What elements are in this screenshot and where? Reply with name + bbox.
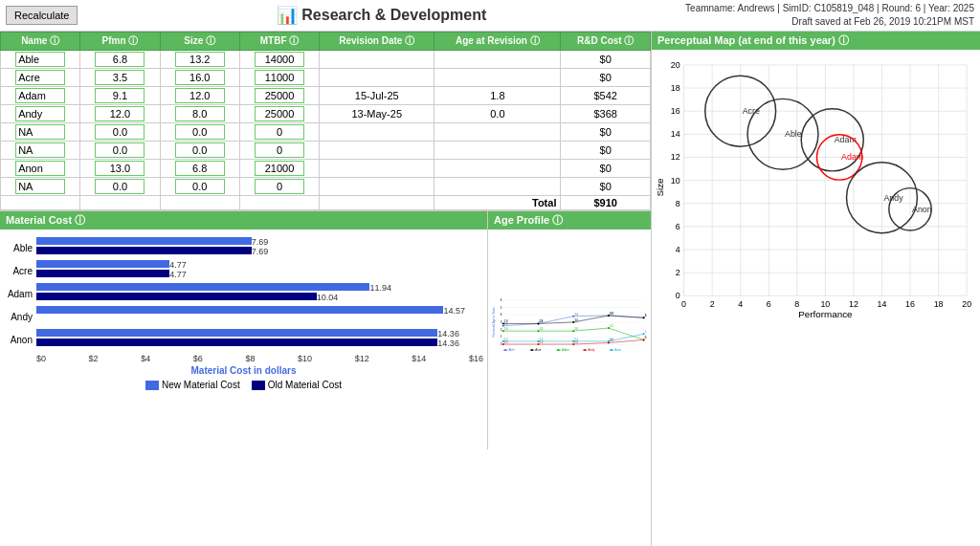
mtbf-input[interactable] [255,88,304,103]
svg-text:Anon: Anon [614,348,621,352]
name-input[interactable] [15,124,65,140]
legend-new-label: New Material Cost [162,380,240,390]
svg-text:3.8: 3.8 [574,313,578,317]
age-profile-chart: 0123456Perceived Age in Years2.52.83.83.… [492,233,647,425]
pfmn-input[interactable] [95,179,145,194]
svg-text:0: 0 [501,342,502,346]
mtbf-input[interactable] [255,70,304,85]
svg-text:0: 0 [681,299,686,309]
svg-text:4: 4 [738,299,743,309]
bar-container: 14.57 [36,306,483,327]
name-input[interactable] [15,70,65,85]
x-tick: $12 [355,354,369,363]
main-layout: Name ⓘ Pfmn ⓘ Size ⓘ MTBF ⓘ Revision Dat… [0,32,980,546]
svg-point-75 [584,349,586,351]
size-input[interactable] [175,161,225,176]
svg-text:1.8: 1.8 [574,327,578,331]
pfmn-input[interactable] [95,124,145,140]
pfmn-cell [80,51,160,69]
pfmn-cell [80,105,160,123]
svg-text:Able: Able [785,129,802,139]
name-input[interactable] [15,142,65,158]
chart-icon: 📊 [277,5,298,26]
old-bar-value: 14.36 [437,339,459,348]
mtbf-input[interactable] [255,124,304,140]
bar-chart: Able7.697.69Acre4.774.77Adam11.9410.04An… [4,233,483,354]
mtbf-input[interactable] [255,142,304,158]
svg-text:2.8: 2.8 [504,319,508,323]
svg-text:14: 14 [878,299,887,309]
mtbf-input[interactable] [255,179,304,194]
new-bar [36,329,437,337]
rd-table-section: Name ⓘ Pfmn ⓘ Size ⓘ MTBF ⓘ Revision Dat… [0,32,651,210]
name-input[interactable] [15,161,65,176]
material-cost-panel: Material Cost ⓘ Able7.697.69Acre4.774.77… [0,210,488,449]
size-input[interactable] [175,88,225,103]
col-pfmn: Pfmn ⓘ [80,33,160,51]
mtbf-input[interactable] [255,52,304,67]
pfmn-input[interactable] [95,161,145,176]
bar-container: 14.3614.36 [36,329,483,350]
size-cell [160,123,239,142]
svg-text:6: 6 [501,298,502,302]
pfmn-input[interactable] [95,52,145,67]
rd-cost-cell: $0 [561,123,651,142]
rd-cost-cell: $542 [561,87,651,105]
svg-text:0.4: 0.4 [574,338,578,341]
pfmn-input[interactable] [95,70,145,85]
old-bar [36,293,317,300]
x-tick: $6 [193,354,203,363]
mtbf-input[interactable] [255,161,304,176]
table-row: $0 [1,160,651,178]
bar-row: Adam11.9410.04 [4,283,483,304]
name-cell [1,123,80,142]
svg-text:2: 2 [501,328,502,332]
new-bar-value: 7.69 [252,237,269,247]
name-cell [1,105,80,123]
pfmn-input[interactable] [95,142,145,158]
size-input[interactable] [175,142,225,158]
rev-date-cell [320,69,434,87]
bar-container: 11.9410.04 [36,283,483,304]
name-input[interactable] [15,179,65,194]
new-bar [36,283,369,291]
rev-date-cell [320,51,434,69]
size-input[interactable] [175,70,225,85]
col-size: Size ⓘ [160,33,239,51]
table-row: $0 [1,178,651,196]
name-input[interactable] [15,106,65,121]
svg-text:10: 10 [820,299,830,309]
svg-text:3.6: 3.6 [645,314,647,317]
rd-cost-cell: $0 [561,178,651,196]
bar-container: 4.774.77 [36,260,483,281]
size-input[interactable] [175,52,225,67]
svg-text:Andy: Andy [589,348,595,352]
table-row: 13-May-250.0$368 [1,105,651,123]
col-revdate: Revision Date ⓘ [320,33,434,51]
pfmn-input[interactable] [95,106,145,121]
svg-text:20: 20 [671,60,680,70]
rev-date-cell [320,123,434,142]
size-input[interactable] [175,179,225,194]
recalculate-button[interactable]: Recalculate [6,6,78,25]
name-input[interactable] [15,52,65,67]
age-rev-cell: 0.0 [434,105,561,123]
age-rev-cell [434,142,561,160]
svg-text:2.8: 2.8 [540,319,544,323]
table-row: $0 [1,51,651,69]
mtbf-input[interactable] [255,106,304,121]
size-input[interactable] [175,124,225,140]
total-value: $910 [561,196,651,210]
name-input[interactable] [15,88,65,103]
rev-date-cell [320,178,434,196]
header: Recalculate 📊 Research & Development Tea… [0,0,980,32]
x-axis: $0$2$4$6$8$10$12$14$16 [4,354,483,363]
pfmn-input[interactable] [95,88,145,103]
perceptual-map-chart: 0022446688101012121414161618182020SizePe… [656,54,976,321]
size-input[interactable] [175,106,225,121]
bar-row: Able7.697.69 [4,237,483,258]
svg-text:18: 18 [671,83,680,93]
svg-point-66 [504,349,506,351]
pfmn-cell [80,123,160,142]
svg-text:16: 16 [905,299,915,309]
